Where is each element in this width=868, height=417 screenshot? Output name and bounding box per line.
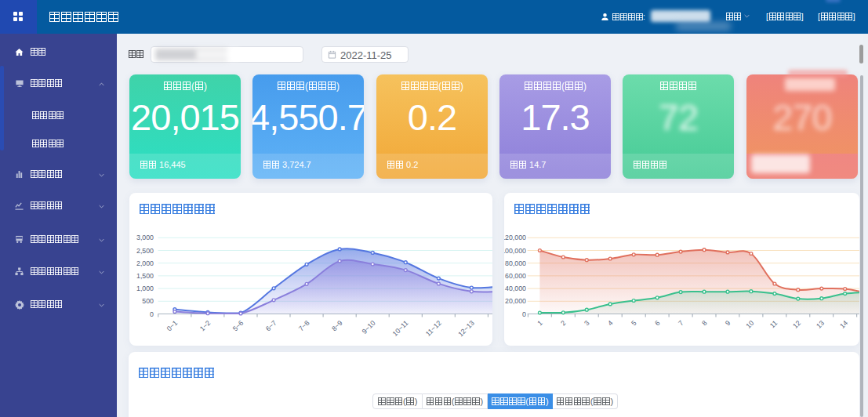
svg-text:0: 0 (522, 310, 526, 318)
svg-text:0: 0 (150, 310, 154, 318)
svg-text:2,500: 2,500 (136, 247, 154, 255)
svg-text:7~8: 7~8 (297, 319, 311, 333)
svg-text:500: 500 (142, 297, 154, 305)
svg-text:11: 11 (768, 319, 779, 330)
svg-text:3: 3 (583, 319, 591, 328)
svg-text:2,000: 2,000 (136, 259, 154, 267)
svg-text:20,000: 20,000 (505, 297, 526, 305)
svg-text:40,000: 40,000 (505, 285, 526, 292)
svg-text:10~11: 10~11 (391, 319, 410, 338)
svg-text:60,000: 60,000 (505, 272, 526, 280)
svg-text:6~7: 6~7 (264, 319, 278, 333)
svg-text:9: 9 (724, 319, 732, 328)
svg-text:80,000: 80,000 (505, 259, 526, 267)
svg-text:4: 4 (606, 319, 615, 328)
svg-text:13: 13 (815, 319, 826, 330)
svg-text:5: 5 (630, 319, 638, 328)
svg-text:11~12: 11~12 (424, 319, 443, 338)
svg-text:2: 2 (559, 319, 568, 328)
svg-text:5~6: 5~6 (231, 319, 245, 333)
svg-text:8~9: 8~9 (330, 319, 344, 333)
svg-text:100,000: 100,000 (504, 247, 526, 255)
svg-text:120,000: 120,000 (504, 234, 526, 241)
svg-text:12: 12 (791, 319, 802, 330)
svg-text:3,000: 3,000 (136, 234, 154, 241)
svg-text:0~1: 0~1 (165, 319, 180, 333)
svg-text:1~2: 1~2 (198, 319, 212, 333)
svg-text:9~10: 9~10 (361, 319, 377, 335)
svg-text:1,500: 1,500 (136, 272, 154, 280)
svg-text:10: 10 (744, 319, 755, 330)
svg-text:12~13: 12~13 (456, 319, 476, 339)
svg-text:7: 7 (677, 319, 685, 328)
svg-text:1,000: 1,000 (136, 285, 154, 292)
svg-text:1: 1 (536, 319, 544, 328)
svg-text:6: 6 (653, 319, 662, 328)
svg-text:14: 14 (838, 319, 849, 330)
svg-text:8: 8 (700, 319, 709, 328)
